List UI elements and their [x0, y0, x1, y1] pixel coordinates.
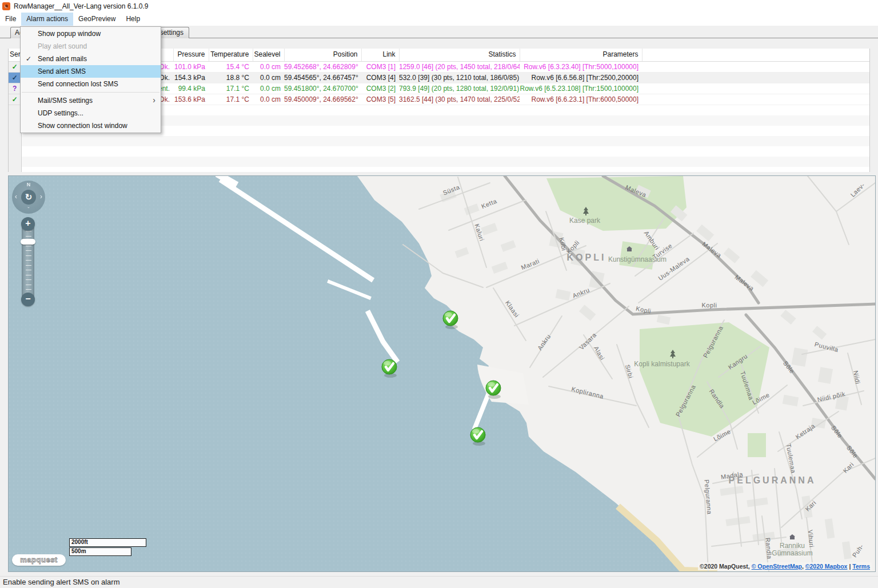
zoom-tick	[26, 255, 31, 256]
map-zoom-control[interactable]: + −	[19, 217, 37, 306]
cell-pressure: 101.0 kPa	[173, 62, 209, 73]
cell-statistics: 3162.5 [44] (30 pts, 1470 total, 225/0/5…	[399, 94, 520, 105]
zoom-tick	[26, 279, 31, 280]
openstreetmap-link[interactable]: © OpenStreetMap	[752, 563, 802, 570]
col-statistics[interactable]: Statistics	[399, 49, 520, 62]
zoom-tick	[26, 236, 31, 237]
map-attribution: ©2020 MapQuest, © OpenStreetMap, ©2020 M…	[698, 562, 872, 570]
zoom-slider-track[interactable]	[22, 223, 34, 301]
map-canvas[interactable]: SüstaKettaKaluriMaratiMalevaMalevaMaleva…	[9, 176, 875, 571]
zoom-tick	[26, 275, 31, 275]
table-empty-row	[9, 146, 870, 157]
map-compass-control[interactable]: N ‹ › ˇ ↻	[12, 181, 45, 214]
menu-separator	[22, 92, 159, 93]
check-icon: ✓	[26, 53, 35, 65]
rotate-left-icon[interactable]: ‹	[15, 193, 17, 201]
cell-sealevel: 0.0 cm	[253, 94, 284, 105]
menu-geopreview[interactable]: GeoPreview	[73, 13, 121, 26]
menu-item-show-popup-window[interactable]: Show popup window	[21, 27, 161, 40]
menu-help[interactable]: Help	[121, 13, 145, 26]
compass-north-label: N	[27, 182, 31, 187]
cell-parameters: Row.v6 [6.5.23.108] [Thr:1500,100000]	[520, 83, 642, 94]
app-icon[interactable]	[2, 2, 10, 10]
title-bar: RowManager__All_Ver-Lang version 6.1.0.9	[0, 0, 878, 13]
check-icon: ✓	[12, 63, 18, 71]
zoom-slider-handle[interactable]	[21, 239, 35, 245]
menu-item-mail-sms-settings[interactable]: Mail/SMS settings›	[21, 94, 161, 107]
row-status-icon-cell[interactable]: ✓	[9, 94, 21, 105]
table-empty-row	[9, 167, 870, 172]
menu-file[interactable]: File	[0, 13, 21, 26]
col-ser[interactable]: Ser	[9, 49, 21, 62]
terms-link[interactable]: Terms	[852, 563, 870, 570]
menu-item-send-connection-lost-sms[interactable]: Send connection lost SMS	[21, 78, 161, 90]
status-text: Enable sending alert SMS on alarm	[3, 578, 120, 586]
table-empty-row	[9, 136, 870, 146]
col-position[interactable]: Position	[284, 49, 361, 62]
menu-item-udp-settings[interactable]: UDP settings...	[21, 107, 161, 119]
cell-sealevel: 0.0 cm	[253, 83, 284, 94]
scale-metric: 500m	[69, 547, 131, 556]
map-label: KOPLI	[567, 253, 606, 262]
map-scale: 2000ft 500m	[69, 538, 146, 557]
cell-link: COM3 [2]	[361, 83, 399, 94]
rotate-right-icon[interactable]: ›	[40, 193, 42, 201]
zoom-out-button[interactable]: −	[21, 293, 35, 306]
cell-pressure: 153.6 kPa	[173, 94, 209, 105]
cell-temperature: 18.8 °C	[209, 73, 253, 83]
zoom-tick	[26, 246, 31, 246]
col-temperature[interactable]: Temperature	[209, 49, 253, 62]
map-label: Kopli kalmistupark	[634, 360, 690, 368]
cell-sealevel: 0.0 cm	[253, 62, 284, 73]
question-icon: ?	[13, 85, 17, 93]
cell-link: COM3 [1]	[361, 62, 399, 73]
cell-position: 59.452668°, 24.662809°	[284, 62, 361, 73]
cell-position: 59.450009°, 24.669562°	[284, 94, 361, 105]
zoom-tick	[26, 289, 31, 290]
cell-sealevel: 0.0 cm	[253, 73, 284, 83]
cell-temperature: 17.1 °C	[209, 83, 253, 94]
check-icon: ✓	[12, 95, 18, 103]
map-label: Ranniku	[780, 542, 805, 550]
cell-pressure: 154.3 kPa	[173, 73, 209, 83]
zoom-tick	[26, 265, 31, 266]
menu-item-send-alert-sms[interactable]: Send alert SMS	[21, 65, 161, 78]
map-label: Gümnaasium	[772, 549, 812, 557]
col-pressure[interactable]: Pressure	[173, 49, 209, 62]
col-link[interactable]: Link	[361, 49, 399, 62]
cell-link: COM3 [5]	[361, 94, 399, 105]
zoom-tick	[26, 270, 31, 270]
cell-statistics: 793.9 [49] (20 pts, 1280 total, 192/0/91…	[399, 83, 520, 94]
reset-rotation-icon[interactable]: ↻	[21, 190, 36, 205]
col-filler	[642, 49, 870, 62]
cell-parameters: Row.v6 [6.6.23.1] [Thr:6000,50000]	[520, 94, 642, 105]
map-label: Kopli	[702, 302, 717, 309]
status-bar: Enable sending alert SMS on alarm	[0, 576, 878, 588]
zoom-tick	[26, 285, 31, 285]
alarm-actions-menu: Show popup window Play alert sound ✓Send…	[20, 26, 161, 133]
row-status-icon-cell[interactable]: ✓	[9, 62, 21, 73]
col-sealevel[interactable]: Sealevel	[253, 49, 284, 62]
tilt-icon[interactable]: ˇ	[27, 207, 29, 213]
zoom-in-button[interactable]: +	[21, 217, 35, 231]
cell-temperature: 15.4 °C	[209, 62, 253, 73]
cell-position: 59.451800°, 24.670700°	[284, 83, 361, 94]
menu-item-play-alert-sound: Play alert sound	[21, 40, 161, 53]
menu-item-send-alert-mails[interactable]: ✓Send alert mails	[21, 53, 161, 65]
menu-item-show-connection-lost-window[interactable]: Show connection lost window	[21, 119, 161, 132]
mapbox-link[interactable]: ©2020 Mapbox	[805, 563, 848, 570]
cell-link: COM3 [4]	[361, 73, 399, 83]
menu-alarm-actions[interactable]: Alarm actions	[21, 13, 73, 26]
col-parameters[interactable]: Parameters	[520, 49, 642, 62]
map-label: PELGURANNA	[729, 475, 816, 485]
mapquest-logo[interactable]: mapquest	[12, 554, 66, 566]
geo-preview-map[interactable]: SüstaKettaKaluriMaratiMalevaMalevaMaleva…	[8, 175, 876, 572]
zoom-tick	[26, 231, 31, 231]
check-icon: ✓	[12, 74, 18, 82]
row-status-icon-cell[interactable]: ✓	[9, 73, 21, 83]
table-empty-row	[9, 157, 870, 167]
cell-statistics: 1259.0 [46] (20 pts, 1450 total, 218/0/6…	[399, 62, 520, 73]
small-park	[748, 433, 766, 457]
row-status-icon-cell[interactable]: ?	[9, 83, 21, 94]
submenu-arrow-icon: ›	[153, 94, 155, 106]
